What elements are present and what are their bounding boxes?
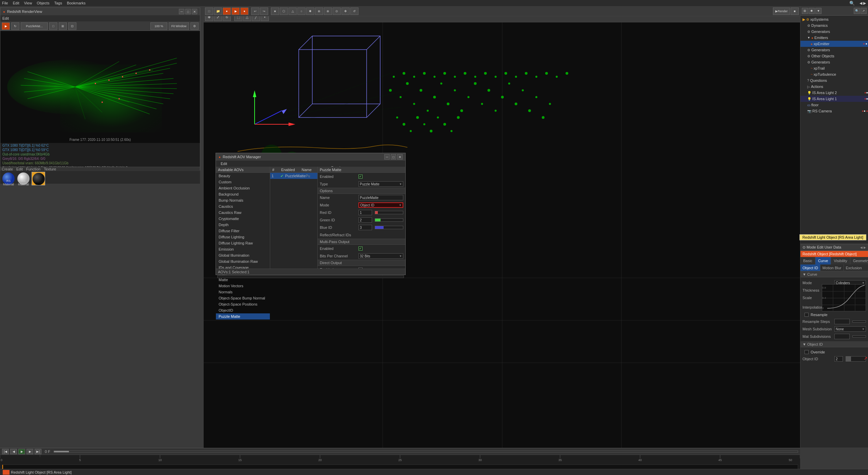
aov-redid-value[interactable]: 1 (358, 210, 372, 215)
aov-enabled2-checkbox[interactable]: ✔ (358, 246, 363, 251)
aov-item-ao[interactable]: Ambient Occlusion (216, 185, 270, 191)
scene-search-btn[interactable]: 🔍 (854, 8, 860, 14)
rs-close-btn[interactable]: ✕ (192, 9, 197, 14)
objectid-section-header[interactable]: ▼ Object ID (800, 341, 868, 347)
aov-item-difflightraw[interactable]: Diffuse Lighting Raw (216, 240, 270, 246)
aov-direct-header[interactable]: Direct Output (318, 260, 405, 266)
curve-section-header[interactable]: ▼ Curve (800, 271, 868, 277)
aov-enabled-checkbox[interactable]: ✔ (358, 175, 363, 179)
resample-checkbox[interactable] (805, 313, 809, 317)
override-checkbox[interactable] (805, 350, 809, 354)
tb-render-btn[interactable]: ▶Render (773, 7, 790, 15)
tb-btn15[interactable]: ✥ (341, 7, 350, 15)
tb-btn8[interactable]: ⬡ (280, 7, 288, 15)
tb-btn12[interactable]: ⊕ (315, 7, 323, 15)
aov-item-giraw[interactable]: Global Illumination Raw (216, 258, 270, 264)
display-btn[interactable]: □ (49, 22, 57, 30)
tree-area-light-2[interactable]: 💡 IS Area Light 2 ● ● (800, 90, 868, 96)
menu-search[interactable]: 🔍 (849, 1, 855, 6)
tb-open[interactable]: 📁 (214, 7, 222, 15)
play-prev-btn[interactable]: ◀ (10, 449, 17, 454)
aov-greenid-slider[interactable] (375, 218, 403, 222)
scale-curve-chart[interactable]: 0.8 0.4 0 (822, 284, 866, 311)
tb-btn11[interactable]: ✱ (306, 7, 314, 15)
menu-edit[interactable]: Edit (13, 1, 19, 5)
tb-btn10[interactable]: ○ (297, 7, 306, 15)
aov-options-header[interactable]: Options (318, 188, 405, 194)
aov-item-custom[interactable]: Custom (216, 179, 270, 185)
material-blue[interactable]: RS Material (2, 172, 15, 185)
menu-tags[interactable]: Tags (54, 1, 62, 5)
objectid-slider[interactable] (846, 356, 866, 362)
mat-tab-function[interactable]: Function (26, 167, 40, 171)
aov-item-puzzlematte[interactable]: Puzzle Matte (216, 313, 270, 319)
play-play-btn[interactable]: ▶ (18, 449, 25, 454)
obj-subtab-exclusion[interactable]: Exclusion (844, 264, 864, 271)
aov-item-bg[interactable]: Background (216, 191, 270, 197)
tb-btn6[interactable]: ↪ (260, 7, 268, 15)
menu-arrow[interactable]: ◀ ▶ (860, 1, 866, 5)
render-btn[interactable]: ▶ (2, 22, 10, 30)
aov-item-osbump[interactable]: Object-Space Bump Normal (216, 295, 270, 301)
tree-floor[interactable]: ▭ floor (800, 102, 868, 108)
aov-item-difffilter[interactable]: Diffuse Filter (216, 228, 270, 234)
aov-mode-dropdown[interactable]: Object ID▼ (358, 202, 403, 208)
tree-other-objects[interactable]: ⚙ Other Objects (800, 53, 868, 59)
tree-area-light-1[interactable]: 💡 IS Area Light 1 ● ● (800, 96, 868, 102)
obj-props-arrows[interactable]: ◀ ▶ (860, 246, 866, 249)
rs-menu-edit[interactable]: Edit (2, 16, 9, 20)
refresh-btn[interactable]: ↻ (11, 22, 19, 30)
menu-objects[interactable]: Objects (37, 1, 49, 5)
tb-rs-icon[interactable]: ● (240, 7, 248, 15)
obj-tab-visibility[interactable]: Visibility (831, 257, 850, 264)
aov-item-gi[interactable]: Global Illumination (216, 252, 270, 258)
obj-subtab-motionblur[interactable]: Motion Blur (820, 264, 844, 271)
scene-toolbar-2[interactable]: ✱ (809, 8, 815, 14)
aov-close-btn[interactable]: ✕ (397, 154, 403, 160)
aov-maximize-btn[interactable]: □ (391, 154, 396, 160)
fit-window-btn[interactable]: Fit Window (169, 22, 189, 30)
aov-multipass-header[interactable]: Multi-Pass Output (318, 239, 405, 245)
tree-rs-camera[interactable]: 📷 RS Camera ● ● ● (800, 108, 868, 114)
render-region-btn[interactable]: ⊡ (68, 22, 76, 30)
aov-blueid-slider[interactable] (375, 226, 403, 229)
zoom-level[interactable]: 100 % (150, 22, 167, 30)
scene-expand-btn[interactable]: ↗ (861, 8, 867, 14)
aov-blueid-value[interactable]: 3 (358, 225, 372, 230)
aov-item-caustics[interactable]: Caustics (216, 203, 270, 209)
settings-btn[interactable]: ⚙ (190, 22, 199, 30)
view-dropdown[interactable]: PuzzleMat... (21, 22, 48, 30)
aov-item-bumpnormals[interactable]: Bump Normals (216, 197, 270, 203)
tree-questions[interactable]: ? Questions (800, 77, 868, 84)
aov-table-row-1[interactable]: 1 ✔ PuzzleMatte Pu (270, 173, 317, 179)
aov-item-difflighting[interactable]: Diffuse Lighting (216, 234, 270, 240)
mesh-subdiv-dropdown[interactable]: None▼ (834, 326, 866, 332)
rs-minimize-btn[interactable]: ─ (179, 9, 184, 14)
mat-subdiv-slider[interactable] (852, 335, 866, 337)
timeline-progress[interactable] (54, 451, 798, 453)
play-next-btn[interactable]: ▶ (26, 449, 33, 454)
menu-bookmarks[interactable]: Bookmarks (67, 1, 86, 5)
objectid-value[interactable]: 2 (834, 356, 843, 362)
tb-btn14[interactable]: ⊙ (333, 7, 341, 15)
rs-maximize-btn[interactable]: □ (185, 9, 191, 14)
tree-actions[interactable]: ▷ Actions (800, 84, 868, 90)
tb-btn13[interactable]: ⊗ (324, 7, 332, 15)
obj-tab-curve[interactable]: Curve (815, 257, 831, 264)
scene-toolbar-1[interactable]: ⊞ (802, 8, 808, 14)
play-start-btn[interactable]: |◀ (2, 449, 9, 454)
tb-btn7[interactable]: ★ (271, 7, 279, 15)
aov-bits-dropdown[interactable]: 32 Bits▼ (358, 253, 403, 259)
aov-redid-slider[interactable] (375, 211, 403, 214)
scene-toolbar-3[interactable]: ▼ (815, 8, 821, 14)
tb-stop-btn[interactable]: ■ (791, 7, 799, 15)
aov-menu-edit[interactable]: Edit (218, 162, 230, 166)
aov-item-crypto[interactable]: Cryptomatte (216, 216, 270, 222)
aov-minimize-btn[interactable]: ─ (384, 154, 390, 160)
mat-tab-edit[interactable]: Edit (16, 167, 23, 171)
tree-xpemitter[interactable]: ● xpEmitter ● ● (800, 41, 868, 47)
aov-item-depth[interactable]: Depth (216, 222, 270, 228)
tree-dynamics[interactable]: ⚙ Dynamics (800, 22, 868, 29)
play-end-btn[interactable]: ▶| (35, 449, 41, 454)
resample-slider[interactable] (852, 321, 866, 323)
